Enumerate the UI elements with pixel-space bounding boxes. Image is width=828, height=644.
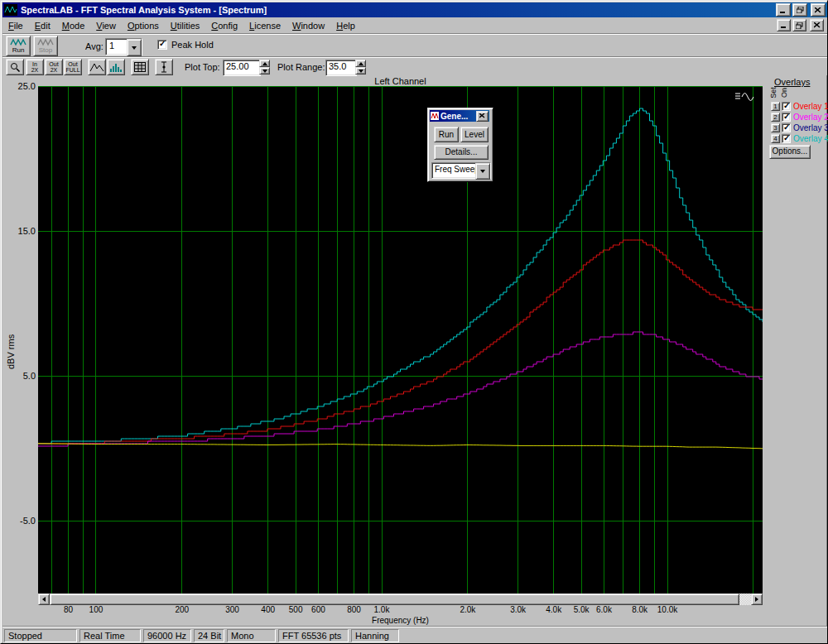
overlay-3-on-checkbox[interactable] [782, 123, 791, 132]
arrow-down-icon [262, 70, 267, 73]
peak-hold-checkbox[interactable] [157, 40, 167, 50]
app-icon [4, 4, 17, 16]
arrow-up-icon [262, 62, 267, 65]
restore-button[interactable] [792, 3, 807, 17]
chevron-down-icon [480, 170, 485, 173]
menu-item-view[interactable]: View [90, 19, 122, 32]
x-tick-label: 5.0k [574, 605, 590, 614]
overlay-1-on-checkbox[interactable] [782, 102, 791, 111]
generator-level-button[interactable]: Level [460, 127, 489, 142]
arrow-right-icon [755, 597, 758, 602]
stop-button[interactable]: Stop [33, 36, 58, 56]
mdi-restore-button[interactable] [792, 19, 806, 31]
avg-value: 1 [109, 41, 114, 50]
plot-range-input[interactable]: 35.0 [325, 60, 357, 76]
scroll-thumb[interactable] [50, 594, 739, 605]
x-axis-label: Frequency (Hz) [38, 616, 763, 625]
y-tick-label: 15.0 [1, 226, 36, 236]
generator-mode-dropdown-button[interactable] [475, 163, 490, 180]
overlay-4-set-button[interactable]: 4 [771, 134, 780, 143]
x-tick-label: 200 [175, 605, 189, 614]
scroll-right-button[interactable] [751, 594, 763, 605]
zoom-out-full-button[interactable]: OutFULL [64, 59, 82, 75]
overlay-3-set-button[interactable]: 3 [771, 123, 780, 132]
marker-tool-button[interactable] [155, 59, 173, 75]
status-bar: StoppedReal Time96000 Hz24 BitMonoFFT 65… [2, 626, 827, 643]
generator-dialog-titlebar[interactable]: Gene... [430, 110, 489, 122]
x-tick-label: 2.0k [460, 605, 475, 614]
menu-item-edit[interactable]: Edit [29, 19, 56, 32]
title-bar: SpectraLAB - FFT Spectral Analysis Syste… [2, 2, 827, 17]
menu-item-mode[interactable]: Mode [56, 19, 91, 32]
generator-run-button[interactable]: Run [434, 127, 459, 142]
run-button[interactable]: Run [6, 36, 31, 56]
zoom-out-2x-button[interactable]: Out2X [45, 59, 63, 75]
marker-icon [160, 61, 168, 73]
status-channels: Mono [227, 629, 276, 642]
overlay-3-label: Overlay 3 [793, 123, 828, 132]
zoom-button[interactable] [6, 59, 24, 75]
x-tick-label: 4.0k [546, 605, 561, 614]
zoom-button-label: 2X [31, 67, 39, 73]
minimize-icon [780, 7, 787, 13]
generator-dialog: Gene... Run Level Details... Freq Sweep [427, 108, 493, 182]
spectrogram-view-button[interactable] [131, 59, 149, 75]
overlays-options-button[interactable]: Options... [769, 145, 811, 159]
close-button[interactable] [811, 3, 826, 17]
menu-item-utilities[interactable]: Utilities [165, 19, 205, 32]
mdi-minimize-button[interactable] [777, 19, 791, 31]
peak-curve-view-button[interactable] [88, 59, 106, 75]
plot-top-value: 25.00 [226, 61, 249, 71]
avg-dropdown-button[interactable] [127, 39, 142, 56]
zoom-in-2x-button[interactable]: In2X [26, 59, 44, 75]
overlay-1-label: Overlay 1 [793, 102, 828, 111]
menu-item-help[interactable]: Help [330, 19, 361, 32]
mdi-close-button[interactable] [810, 19, 824, 31]
arrow-up-icon [359, 62, 363, 65]
bar-chart-icon [109, 62, 123, 73]
minimize-button[interactable] [776, 3, 791, 17]
avg-label: Avg: [85, 41, 104, 51]
x-tick-label: 3.0k [510, 605, 526, 614]
generator-level-label: Level [465, 131, 484, 139]
generator-run-label: Run [439, 131, 454, 139]
avg-combobox[interactable]: 1 [105, 38, 142, 55]
overlay-1-set-button[interactable]: 1 [771, 102, 780, 111]
close-icon [814, 22, 821, 28]
scroll-left-button[interactable] [38, 594, 50, 605]
generator-mode-combobox[interactable]: Freq Sweep [431, 162, 491, 179]
spectrum-plot[interactable] [38, 86, 763, 594]
overlay-2-on-checkbox[interactable] [782, 113, 791, 122]
plot-range-down-button[interactable] [355, 67, 366, 74]
overlays-col-set-header: Set [769, 87, 777, 99]
plot-top-down-button[interactable] [259, 67, 270, 74]
menu-item-options[interactable]: Options [122, 19, 165, 32]
bar-spectrum-view-button[interactable] [107, 59, 125, 75]
overlay-2-set-button[interactable]: 2 [771, 113, 780, 122]
arrow-left-icon [42, 597, 46, 602]
generator-details-button[interactable]: Details... [434, 145, 489, 160]
menu-item-window[interactable]: Window [286, 19, 330, 32]
status-fft-size: FFT 65536 pts [278, 629, 349, 642]
run-button-label: Run [12, 47, 25, 54]
generator-dialog-title: Gene... [440, 112, 476, 121]
plot-top-up-button[interactable] [259, 60, 270, 67]
generator-mode-value: Freq Sweep [435, 165, 479, 174]
peak-curve-icon [89, 62, 104, 73]
x-tick-label: 1.0k [374, 605, 390, 614]
plot-range-value: 35.0 [329, 61, 346, 71]
menu-item-config[interactable]: Config [205, 19, 243, 32]
plot-range-up-button[interactable] [355, 60, 366, 67]
menu-item-file[interactable]: File [2, 19, 29, 32]
generator-close-button[interactable] [476, 111, 489, 122]
overlay-4-on-checkbox[interactable] [782, 134, 791, 143]
y-tick-label: 25.0 [1, 81, 36, 91]
menu-item-license[interactable]: License [243, 19, 286, 32]
status-sample-rate: 96000 Hz [143, 629, 191, 642]
plot-hscrollbar[interactable] [38, 594, 763, 605]
x-tick-label: 500 [289, 605, 303, 614]
generator-indicator-icon [733, 89, 758, 105]
plot-top-input[interactable]: 25.00 [223, 60, 261, 76]
run-waveform-icon [10, 38, 26, 46]
zoom-button-label: In [32, 61, 37, 67]
